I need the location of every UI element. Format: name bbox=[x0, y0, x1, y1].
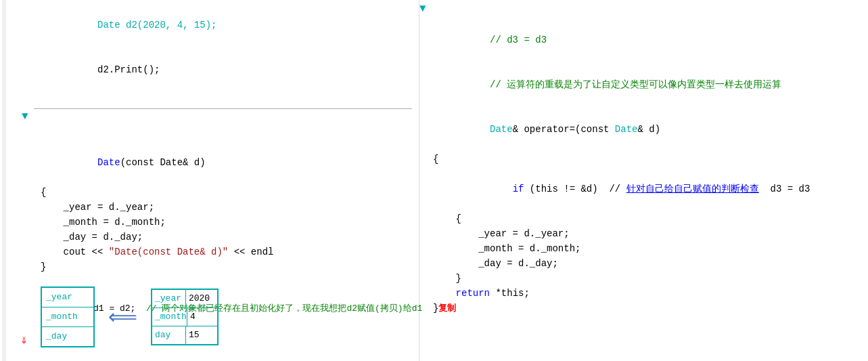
r-code-token: Date bbox=[615, 124, 638, 135]
code-area: Date d2(2020, 4, 15); d2.Print(); ▼ Date… bbox=[0, 0, 868, 361]
d1-box: _year _month _day bbox=[41, 286, 95, 347]
r-code-line-8: _month = d._month; bbox=[433, 241, 861, 256]
r-code-token: & operator=(const bbox=[513, 124, 615, 135]
r-code-token: (this != &d) // bbox=[524, 184, 626, 194]
arrow-down-icon: ▼ bbox=[22, 109, 28, 124]
code-line: ▼ Date(const Date& d) bbox=[41, 110, 412, 185]
d1-month-cell: _month bbox=[42, 307, 93, 327]
r-code-token: if bbox=[513, 184, 524, 194]
code-line: } bbox=[41, 259, 412, 274]
diagram-area: _year _month _day ⟸ _year 2020 _month 4 bbox=[0, 273, 419, 361]
d2-month-label: _month bbox=[152, 308, 187, 326]
d2-day-label: day bbox=[152, 326, 186, 344]
r-code-line-12: } bbox=[433, 301, 861, 316]
code-token: Date d2(2020, 4, 15); bbox=[97, 20, 216, 30]
r-code-line-9: _day = d._day; bbox=[433, 256, 861, 271]
d2-month-row: _month 4 bbox=[152, 308, 217, 326]
main-container: Date d2(2020, 4, 15); d2.Print(); ▼ Date… bbox=[0, 0, 868, 361]
d1-year-cell: _year bbox=[42, 288, 93, 307]
left-code-block: Date d2(2020, 4, 15); d2.Print(); ▼ Date… bbox=[41, 0, 412, 274]
code-line: d2.Print(); bbox=[41, 47, 412, 92]
teal-arrow-icon: ▼ bbox=[419, 1, 426, 16]
r-code-line-10: } bbox=[433, 271, 861, 286]
d2-year-label: _year bbox=[152, 290, 186, 307]
code-line: cout << "Date(const Date& d)" << endl bbox=[41, 245, 412, 259]
right-code-block: ▼ // d3 = d3 // 运算符的重载是为了让自定义类型可以像内置类型一样… bbox=[433, 0, 861, 316]
r-code-line-11: return *this; bbox=[433, 286, 861, 301]
r-code-token: d3 = d3 bbox=[759, 184, 810, 194]
d2-day-val: 15 bbox=[186, 326, 217, 344]
r-code-line-7: _year = d._year; bbox=[433, 226, 861, 241]
code-token: Date bbox=[97, 157, 120, 168]
code-token: (const Date& d) bbox=[120, 157, 206, 168]
right-code-panel: ▼ // d3 = d3 // 运算符的重载是为了让自定义类型可以像内置类型一样… bbox=[419, 0, 868, 361]
r-code-line-5: if (this != &d) // 针对自己给自己赋值的判断检查 d3 = d… bbox=[433, 167, 861, 211]
d2-year-row: _year 2020 bbox=[152, 290, 217, 308]
d2-day-row: day 15 bbox=[152, 326, 217, 344]
code-token: d2.Print(); bbox=[97, 64, 160, 75]
r-code-token: 针对自己给自己赋值的判断检查 bbox=[626, 184, 759, 194]
copy-arrow: ⟸ bbox=[108, 305, 137, 330]
r-code-line-4: { bbox=[433, 152, 861, 167]
r-code-line-3: Date& operator=(const Date& d) bbox=[433, 107, 861, 152]
d2-year-val: 2020 bbox=[186, 290, 217, 307]
r-code-line-2: // 运算符的重载是为了让自定义类型可以像内置类型一样去使用运算 bbox=[433, 62, 861, 107]
r-code-token: // d3 = d3 bbox=[490, 35, 547, 45]
r-code-line-6: { bbox=[433, 211, 861, 226]
code-line: Date d2(2020, 4, 15); bbox=[41, 3, 412, 47]
r-code-token: Date bbox=[490, 124, 513, 135]
r-code-line-1: ▼ // d3 = d3 bbox=[433, 3, 861, 62]
code-line: _day = d._day; bbox=[41, 230, 412, 245]
r-code-token: return bbox=[456, 288, 490, 299]
code-line: { bbox=[41, 185, 412, 200]
d2-month-val: 4 bbox=[187, 308, 217, 326]
code-line: _month = d._month; bbox=[41, 215, 412, 230]
d2-box: _year 2020 _month 4 day 15 bbox=[151, 289, 219, 345]
left-code-panel: Date d2(2020, 4, 15); d2.Print(); ▼ Date… bbox=[0, 0, 419, 361]
code-separator bbox=[34, 93, 412, 109]
code-line: _year = d._year; bbox=[41, 200, 412, 215]
d1-day-cell: _day bbox=[42, 327, 93, 346]
r-code-token: & d) bbox=[637, 124, 660, 135]
